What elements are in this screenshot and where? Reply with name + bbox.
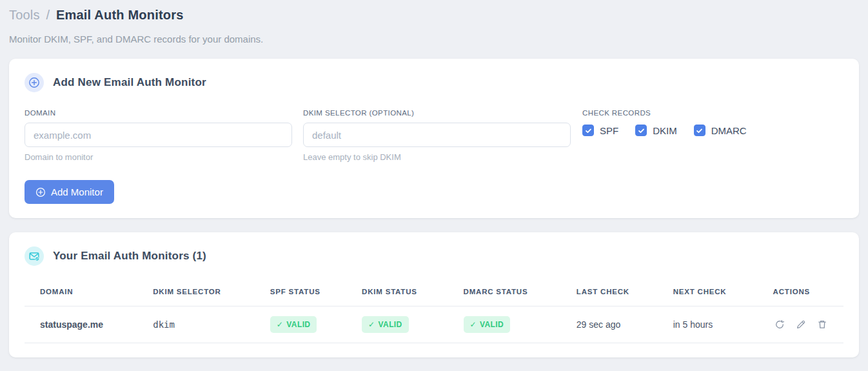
monitor-dkim-selector: dkim: [137, 306, 255, 343]
page-title: Email Auth Monitors: [56, 8, 184, 22]
col-header-spf-status: SPF STATUS: [255, 279, 346, 306]
check-records-label: CHECK RECORDS: [582, 109, 843, 117]
add-monitor-card-header: Add New Email Auth Monitor: [25, 73, 843, 92]
domain-field-help: Domain to monitor: [25, 152, 292, 162]
dkim-checkbox-label: DKIM: [653, 125, 677, 136]
monitors-card-header: Your Email Auth Monitors (1): [25, 246, 843, 266]
refresh-icon: [774, 319, 785, 330]
dkim-status-badge: ✓ VALID: [362, 316, 409, 333]
plus-circle-icon: [35, 187, 46, 197]
check-icon: ✓: [277, 320, 283, 329]
check-records-group: CHECK RECORDS SPF DKIM: [582, 109, 843, 136]
breadcrumb-tools-link[interactable]: Tools: [9, 8, 40, 22]
spf-status-text: VALID: [286, 320, 310, 329]
dkim-selector-field-group: DKIM SELECTOR (OPTIONAL) Leave empty to …: [303, 109, 571, 162]
trash-icon: [817, 319, 827, 330]
dmarc-status-badge: ✓ VALID: [464, 316, 511, 333]
add-monitor-form: DOMAIN Domain to monitor DKIM SELECTOR (…: [25, 109, 843, 162]
add-monitor-card: Add New Email Auth Monitor DOMAIN Domain…: [9, 59, 859, 218]
dkim-status-text: VALID: [379, 320, 402, 329]
domain-field-group: DOMAIN Domain to monitor: [25, 109, 292, 162]
col-header-dkim-status: DKIM STATUS: [346, 279, 448, 306]
check-icon: ✓: [470, 320, 477, 329]
dkim-status-cell: ✓ VALID: [346, 306, 448, 343]
spf-checkbox[interactable]: [582, 125, 594, 136]
breadcrumb: Tools / Email Auth Monitors: [9, 5, 859, 23]
dkim-selector-field-help: Leave empty to skip DKIM: [303, 152, 571, 162]
monitors-card-title: Your Email Auth Monitors (1): [53, 250, 206, 263]
add-monitor-button[interactable]: Add Monitor: [25, 180, 114, 204]
domain-field-label: DOMAIN: [25, 109, 292, 117]
col-header-dkim-selector: DKIM SELECTOR: [137, 279, 255, 306]
col-header-domain: DOMAIN: [25, 279, 137, 306]
delete-button[interactable]: [816, 318, 829, 331]
dmarc-status-text: VALID: [480, 320, 504, 329]
mail-check-icon: [25, 246, 44, 266]
spf-checkbox-item[interactable]: SPF: [582, 125, 618, 136]
check-icon: ✓: [368, 320, 375, 329]
dkim-selector-field-label: DKIM SELECTOR (OPTIONAL): [303, 109, 571, 117]
monitors-list-card: Your Email Auth Monitors (1) DOMAIN DKIM…: [9, 232, 859, 357]
col-header-next-check: NEXT CHECK: [658, 279, 758, 306]
monitor-next-check: in 5 hours: [658, 306, 758, 343]
refresh-button[interactable]: [773, 318, 786, 331]
dkim-selector-input[interactable]: [303, 123, 571, 147]
dmarc-checkbox-item[interactable]: DMARC: [694, 125, 747, 136]
domain-input[interactable]: [25, 123, 292, 147]
plus-circle-icon: [25, 73, 44, 92]
breadcrumb-separator: /: [46, 8, 50, 22]
table-header-row: DOMAIN DKIM SELECTOR SPF STATUS DKIM STA…: [25, 279, 843, 306]
col-header-dmarc-status: DMARC STATUS: [448, 279, 561, 306]
monitor-domain: statuspage.me: [25, 306, 137, 343]
add-monitor-button-label: Add Monitor: [51, 186, 103, 197]
dmarc-checkbox-label: DMARC: [711, 125, 747, 136]
dkim-checkbox-item[interactable]: DKIM: [635, 125, 677, 136]
edit-pencil-icon: [796, 319, 806, 330]
check-records-options: SPF DKIM DMARC: [582, 125, 843, 136]
email-auth-monitors-page: Tools / Email Auth Monitors Monitor DKIM…: [0, 0, 868, 357]
dkim-checkbox[interactable]: [635, 125, 647, 136]
add-monitor-card-title: Add New Email Auth Monitor: [53, 76, 206, 89]
page-subtitle: Monitor DKIM, SPF, and DMARC records for…: [9, 34, 859, 45]
table-row: statuspage.me dkim ✓ VALID ✓ VALID: [25, 306, 843, 343]
dmarc-checkbox[interactable]: [694, 125, 705, 136]
spf-status-badge: ✓ VALID: [270, 316, 317, 333]
monitor-last-check: 29 sec ago: [561, 306, 658, 343]
edit-button[interactable]: [794, 318, 807, 331]
col-header-last-check: LAST CHECK: [561, 279, 658, 306]
spf-checkbox-label: SPF: [600, 125, 618, 136]
col-header-actions: ACTIONS: [758, 279, 843, 306]
row-actions: [773, 318, 837, 331]
spf-status-cell: ✓ VALID: [255, 306, 346, 343]
dmarc-status-cell: ✓ VALID: [448, 306, 561, 343]
monitors-table: DOMAIN DKIM SELECTOR SPF STATUS DKIM STA…: [25, 279, 843, 343]
